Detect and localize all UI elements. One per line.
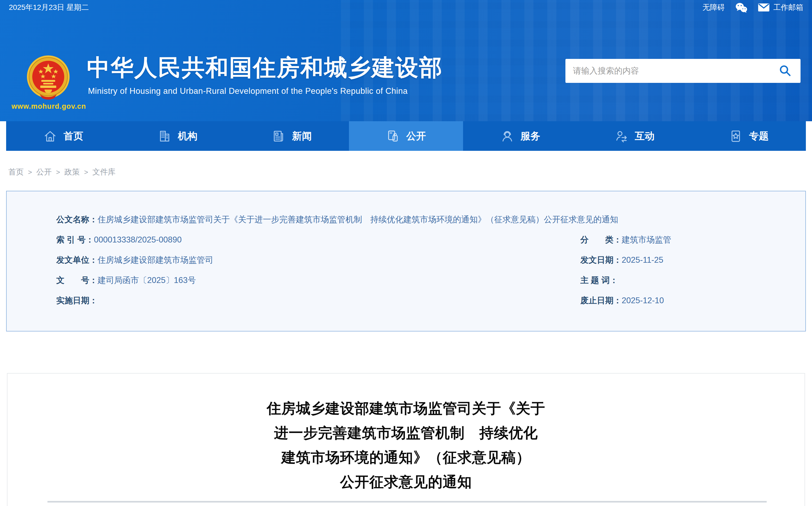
issue-date-value: 2025-11-25 [622, 255, 663, 265]
index-number-label: 索 引 号： [56, 235, 94, 244]
title-divider [48, 501, 767, 503]
work-mailbox-link[interactable]: 工作邮箱 [758, 2, 803, 12]
doc-number-value: 建司局函市〔2025〕163号 [98, 275, 196, 285]
disclosure-icon [386, 129, 400, 143]
nav-tab-label: 机构 [178, 130, 197, 143]
implement-date-label: 实施日期： [56, 296, 98, 305]
news-icon [272, 129, 286, 143]
nav-tab-topics[interactable]: 专题 [692, 121, 806, 151]
nav-tab-label: 新闻 [292, 130, 312, 143]
breadcrumb-home[interactable]: 首页 [8, 167, 24, 177]
current-date: 2025年12月23日 星期二 [9, 2, 89, 12]
breadcrumb-library[interactable]: 文件库 [92, 167, 116, 177]
nav-tab-label: 专题 [749, 130, 769, 143]
nav-tab-organization[interactable]: 机构 [120, 121, 235, 151]
nav-tab-service[interactable]: 服务 [463, 121, 577, 151]
service-icon [500, 129, 514, 143]
article-title-line: 建筑市场环境的通知》（征求意见稿） [7, 445, 805, 470]
breadcrumb: 首页 > 公开 > 政策 > 文件库 [6, 167, 806, 177]
wechat-link[interactable] [735, 2, 748, 13]
nav-tab-home[interactable]: 首页 [6, 121, 120, 151]
site-header: 2025年12月23日 星期二 无障碍 [0, 0, 812, 121]
site-subtitle: Ministry of Housing and Urban-Rural Deve… [88, 86, 443, 96]
category-label: 分 类： [580, 235, 622, 244]
breadcrumb-separator: > [28, 168, 32, 176]
article-title-line: 住房城乡建设部建筑市场监管司关于《关于 [7, 396, 805, 420]
nav-tab-interaction[interactable]: 互动 [577, 121, 692, 151]
nav-tab-disclosure[interactable]: 公开 [349, 121, 463, 151]
category-value: 建筑市场监管 [622, 235, 671, 244]
nav-tab-label: 首页 [64, 130, 83, 143]
issuing-unit-label: 发文单位： [56, 255, 98, 265]
breadcrumb-disclosure[interactable]: 公开 [36, 167, 52, 177]
nav-tab-label: 服务 [520, 130, 540, 143]
breadcrumb-separator: > [56, 168, 60, 176]
article-title-line: 公开征求意见的通知 [7, 470, 805, 494]
wechat-icon [735, 2, 748, 13]
national-emblem [25, 54, 71, 100]
organization-icon [158, 129, 171, 143]
doc-info-row: 实施日期： 废止日期：2025-12-10 [7, 290, 805, 311]
doc-info-row: 索 引 号：000013338/2025-00890 分 类：建筑市场监管 [7, 230, 805, 250]
accessibility-link[interactable]: 无障碍 [703, 2, 725, 12]
repeal-date-label: 废止日期： [580, 296, 622, 305]
search-button[interactable] [769, 59, 801, 83]
site-title: 中华人民共和国住房和城乡建设部 [87, 56, 443, 79]
doc-name-value: 住房城乡建设部建筑市场监管司关于《关于进一步完善建筑市场监管机制 持续优化建筑市… [98, 215, 618, 224]
nav-tab-news[interactable]: 新闻 [235, 121, 349, 151]
article-title-line: 进一步完善建筑市场监管机制 持续优化 [7, 420, 805, 445]
doc-info-row: 发文单位：住房城乡建设部建筑市场监管司 发文日期：2025-11-25 [7, 250, 805, 270]
home-icon [43, 129, 57, 143]
article-title: 住房城乡建设部建筑市场监管司关于《关于 进一步完善建筑市场监管机制 持续优化 建… [7, 396, 805, 494]
subject-words-label: 主 题 词： [580, 275, 618, 285]
site-url: www.mohurd.gov.cn [9, 102, 89, 110]
repeal-date-value: 2025-12-10 [622, 296, 664, 305]
issuing-unit-value: 住房城乡建设部建筑市场监管司 [98, 255, 213, 265]
search-input[interactable] [565, 59, 769, 83]
breadcrumb-separator: > [84, 168, 88, 176]
work-mailbox-label: 工作邮箱 [774, 2, 803, 12]
doc-info-row: 文 号：建司局函市〔2025〕163号 主 题 词： [7, 270, 805, 290]
main-nav: 首页 机构 新闻 [6, 121, 806, 151]
issue-date-label: 发文日期： [580, 255, 622, 265]
search-box [565, 59, 801, 83]
topics-icon [729, 129, 743, 143]
mail-icon [758, 3, 769, 12]
topbar: 2025年12月23日 星期二 无障碍 [0, 0, 812, 15]
accessibility-label: 无障碍 [703, 2, 725, 12]
breadcrumb-policy[interactable]: 政策 [64, 167, 80, 177]
document-info-box: 公文名称：住房城乡建设部建筑市场监管司关于《关于进一步完善建筑市场监管机制 持续… [6, 191, 806, 331]
site-brand: 中华人民共和国住房和城乡建设部 Ministry of Housing and … [87, 56, 443, 96]
doc-number-label: 文 号： [56, 275, 98, 285]
interaction-icon [615, 129, 628, 143]
doc-name-label: 公文名称： [56, 215, 98, 224]
article-content-box: 住房城乡建设部建筑市场监管司关于《关于 进一步完善建筑市场监管机制 持续优化 建… [7, 373, 805, 506]
nav-tab-label: 互动 [635, 130, 654, 143]
index-number-value: 000013338/2025-00890 [94, 235, 181, 244]
doc-name-row: 公文名称：住房城乡建设部建筑市场监管司关于《关于进一步完善建筑市场监管机制 持续… [7, 209, 805, 230]
nav-tab-label: 公开 [406, 130, 426, 143]
search-icon [779, 64, 792, 78]
